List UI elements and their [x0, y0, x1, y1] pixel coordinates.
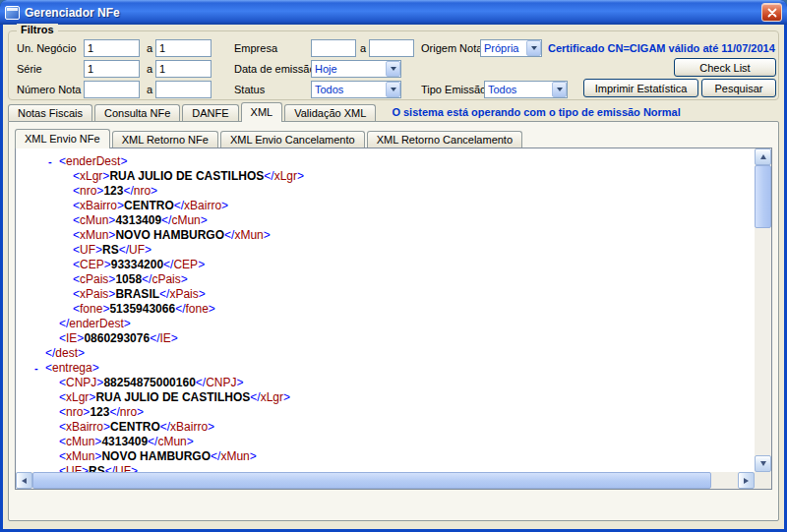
- chevron-down-icon: [557, 88, 563, 91]
- data-emissao-select[interactable]: Hoje: [311, 60, 401, 78]
- numero-nota-range-separator: a: [147, 81, 152, 98]
- origem-nota-dropdown-button[interactable]: [526, 40, 541, 56]
- xml-document-view: -<enderDest><xLgr>RUA JULIO DE CASTILHOS…: [16, 148, 755, 472]
- scroll-left-button[interactable]: [16, 472, 32, 489]
- pesquisar-button[interactable]: Pesquisar: [701, 79, 776, 97]
- tab-notas-fiscais[interactable]: Notas Fiscais: [8, 104, 92, 121]
- xml-line: <cPais>1058</cPais>: [16, 272, 755, 287]
- empresa-label: Empresa: [234, 39, 277, 57]
- data-emissao-value: Hoje: [312, 63, 386, 75]
- xml-line: <UF>RS</UF>: [16, 243, 755, 258]
- xml-line: -<enderDest>: [16, 154, 755, 169]
- xml-tab-page: XML Envio NFeXML Retorno NFeXML Envio Ca…: [8, 121, 779, 521]
- close-icon: [767, 8, 777, 18]
- app-window: Gerenciador NFe Filtros Un. Negócio a Em…: [0, 0, 787, 532]
- tab-consulta-nfe[interactable]: Consulta NFe: [94, 104, 180, 121]
- xml-viewer: -<enderDest><xLgr>RUA JULIO DE CASTILHOS…: [15, 148, 772, 490]
- filters-group-label: Filtros: [17, 24, 58, 35]
- status-dropdown-button[interactable]: [386, 82, 400, 97]
- serie-to-input[interactable]: [155, 60, 212, 78]
- arrow-left-icon: [22, 478, 27, 484]
- filters-group: Filtros Un. Negócio a Empresa a Origem N…: [8, 30, 779, 100]
- serie-range-separator: a: [147, 60, 152, 78]
- tab-valida-o-xml[interactable]: Validação XML: [284, 104, 376, 121]
- xml-line: </dest>: [16, 346, 755, 361]
- chevron-down-icon: [391, 88, 396, 91]
- scroll-up-button[interactable]: [755, 148, 771, 165]
- app-icon: [5, 6, 20, 20]
- xml-line: <xBairro>CENTRO</xBairro>: [16, 199, 755, 213]
- arrow-down-icon: [760, 461, 766, 466]
- xml-line: <cMun>4313409</cMun>: [16, 213, 755, 228]
- empresa-from-input[interactable]: [311, 39, 356, 57]
- xml-line: <xLgr>RUA JULIO DE CASTILHOS</xLgr>: [16, 390, 755, 405]
- tab-xml[interactable]: XML: [241, 102, 283, 122]
- serie-from-input[interactable]: [84, 60, 140, 78]
- xml-line: <UF>RS</UF>: [16, 464, 755, 472]
- arrow-right-icon: [744, 478, 749, 484]
- serie-label: Série: [17, 60, 42, 78]
- certificate-status-text: Certificado CN=CIGAM válido até 11/07/20…: [548, 39, 775, 57]
- un-negocio-from-input[interactable]: [84, 39, 140, 57]
- horizontal-scroll-thumb[interactable]: [32, 472, 711, 489]
- imprimir-estatistica-button[interactable]: Imprimir Estatística: [583, 79, 698, 97]
- xml-line: <xMun>NOVO HAMBURGO</xMun>: [16, 449, 755, 464]
- collapse-marker[interactable]: -: [48, 154, 52, 169]
- close-button[interactable]: [761, 3, 782, 22]
- xml-line: <xMun>NOVO HAMBURGO</xMun>: [16, 228, 755, 243]
- un-negocio-range-separator: a: [147, 39, 152, 57]
- app-icon-bar: [7, 8, 18, 11]
- client-area: Filtros Un. Negócio a Empresa a Origem N…: [3, 25, 784, 529]
- tipo-emissao-select[interactable]: Todos: [484, 81, 568, 98]
- tipo-emissao-label: Tipo Emissão: [421, 81, 486, 98]
- tipo-emissao-dropdown-button[interactable]: [552, 82, 567, 97]
- empresa-range-separator: a: [360, 39, 366, 57]
- status-label: Status: [234, 81, 265, 98]
- horizontal-scrollbar[interactable]: [16, 472, 755, 489]
- xml-tab-xml-retorno-cancelamento[interactable]: XML Retorno Cancelamento: [367, 131, 522, 148]
- xml-line: </enderDest>: [16, 317, 755, 331]
- chevron-down-icon: [391, 67, 396, 71]
- xml-line: <fone>5135943066</fone>: [16, 302, 755, 317]
- numero-nota-to-input[interactable]: [155, 81, 212, 98]
- vertical-scroll-thumb[interactable]: [755, 165, 771, 228]
- xml-tab-bar: XML Envio NFeXML Retorno NFeXML Envio Ca…: [15, 130, 524, 148]
- origem-nota-value: Própria: [481, 42, 526, 54]
- xml-line: <xBairro>CENTRO</xBairro>: [16, 420, 755, 435]
- arrow-up-icon: [760, 154, 766, 159]
- titlebar[interactable]: Gerenciador NFe: [0, 0, 787, 25]
- status-select[interactable]: Todos: [311, 81, 401, 98]
- scroll-down-button[interactable]: [755, 455, 771, 472]
- xml-line: <nro>123</nro>: [16, 405, 755, 420]
- xml-line: -<entrega>: [16, 361, 755, 376]
- xml-tab-xml-retorno-nfe[interactable]: XML Retorno NFe: [112, 131, 218, 148]
- xml-line: <IE>0860293076</IE>: [16, 331, 755, 346]
- xml-line: <xLgr>RUA JULIO DE CASTILHOS</xLgr>: [16, 169, 755, 184]
- xml-line: <CNPJ>88254875000160</CNPJ>: [16, 376, 755, 390]
- xml-tab-xml-envio-nfe[interactable]: XML Envio NFe: [15, 129, 110, 148]
- tipo-emissao-value: Todos: [485, 84, 552, 95]
- check-list-button[interactable]: Check List: [674, 58, 776, 77]
- data-emissao-label: Data de emissão: [234, 60, 316, 78]
- scroll-right-button[interactable]: [738, 472, 755, 489]
- xml-line: <CEP>93334200</CEP>: [16, 258, 755, 272]
- un-negocio-label: Un. Negócio: [17, 39, 77, 57]
- xml-tab-xml-envio-cancelamento[interactable]: XML Envio Cancelamento: [220, 131, 365, 148]
- origem-nota-label: Origem Nota: [421, 39, 482, 57]
- empresa-to-input[interactable]: [369, 39, 414, 57]
- status-value: Todos: [312, 84, 386, 95]
- vertical-scrollbar[interactable]: [755, 148, 771, 472]
- emission-status-message: O sistema está operando com o tipo de em…: [392, 106, 680, 118]
- xml-line: <xPais>BRASIL</xPais>: [16, 287, 755, 302]
- numero-nota-from-input[interactable]: [84, 81, 140, 98]
- main-tab-bar: Notas FiscaisConsulta NFeDANFEXMLValidaç…: [8, 103, 681, 121]
- data-emissao-dropdown-button[interactable]: [386, 61, 400, 77]
- tab-danfe[interactable]: DANFE: [182, 104, 238, 121]
- collapse-marker[interactable]: -: [34, 361, 38, 376]
- xml-line: <cMun>4313409</cMun>: [16, 435, 755, 449]
- window-title: Gerenciador NFe: [25, 6, 761, 20]
- scrollbar-corner: [755, 472, 771, 489]
- xml-line: <nro>123</nro>: [16, 184, 755, 199]
- un-negocio-to-input[interactable]: [155, 39, 212, 57]
- origem-nota-select[interactable]: Própria: [480, 39, 542, 57]
